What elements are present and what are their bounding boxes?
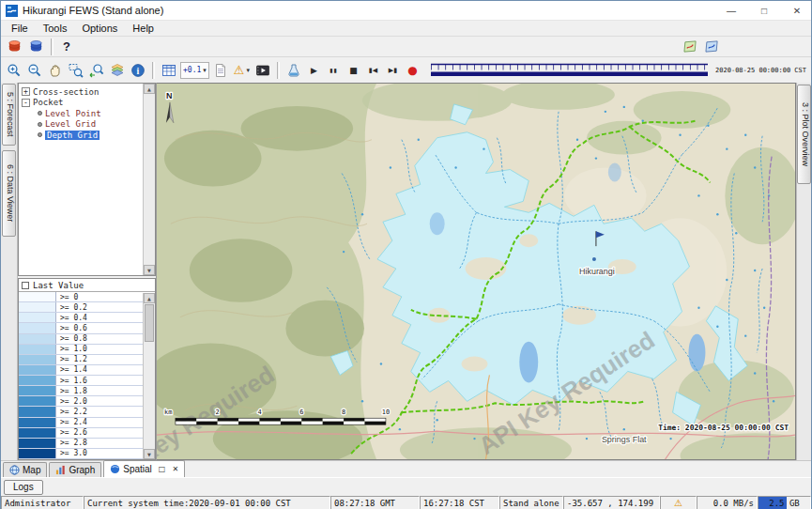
warning-icon: ⚠ [674,499,682,508]
tree-item-level-grid[interactable]: Level Grid [38,119,140,131]
tab-spatial[interactable]: Spatial □ ✕ [103,460,185,477]
scroll-up-button[interactable]: ▲ [144,84,155,94]
scroll-down-button[interactable]: ▼ [144,449,155,459]
tree-item-cross-section[interactable]: + Cross-section [22,86,140,98]
pan-hand-button[interactable] [46,61,65,80]
map-sheet-red-button[interactable] [681,38,699,56]
legend-label: >= 0.2 [56,302,87,312]
status-warning-cell[interactable]: ⚠ [660,496,697,509]
legend-row[interactable]: >= 0 [19,292,143,302]
legend-row[interactable]: >= 2.0 [19,396,143,407]
last-value-checkbox[interactable] [22,282,29,289]
legend-row[interactable]: >= 0.6 [19,323,143,333]
menu-tools[interactable]: Tools [36,23,75,34]
legend-row[interactable]: >= 1.0 [19,345,143,355]
logs-button[interactable]: Logs [4,480,43,495]
scroll-track[interactable] [144,94,155,265]
menu-file[interactable]: File [4,23,36,34]
legend-row[interactable]: >= 1.4 [19,365,143,376]
window-title: Hikurangi FEWS (Stand alone) [23,5,163,16]
legend-row[interactable]: >= 2.2 [19,407,143,417]
close-panel-button[interactable]: ✕ [172,465,178,473]
tab-data-viewer[interactable]: 6 : Data Viewer [2,150,16,237]
data-viewer-panel: + Cross-section - Pocket Level Point Lev… [18,83,157,460]
tree-item-label: Level Point [45,109,101,118]
scale-interval-dropdown[interactable]: +0.1 ▾ [180,62,209,79]
status-bar: Administrator Current system time:2020-0… [1,496,811,509]
zoom-out-button[interactable] [25,61,44,80]
status-memory-gauge[interactable]: 2.5 GB [758,496,811,509]
collapse-icon[interactable]: - [22,99,30,107]
left-tab-strip: 5 : Forecast 6 : Data Viewer [1,83,18,460]
legend-row[interactable]: >= 2.6 [19,428,143,439]
menu-help[interactable]: Help [125,23,161,34]
legend-swatch-icon [19,313,56,322]
grid-display-button[interactable] [160,61,178,80]
scroll-track[interactable] [144,303,155,449]
tree-item-level-point[interactable]: Level Point [38,108,140,119]
tab-map[interactable]: Map [3,462,47,477]
tree-item-pocket[interactable]: - Pocket [22,98,140,109]
record-button[interactable]: ● [404,61,421,79]
toolbar-separator [277,62,280,79]
zoom-previous-button[interactable] [87,61,106,80]
legend-row[interactable]: >= 0.2 [19,302,143,313]
legend-row[interactable]: >= 1.6 [19,376,143,386]
tree-item-depth-grid[interactable]: Depth Grid [38,130,140,141]
animation-button[interactable] [253,61,272,80]
legend-row[interactable]: >= 2.8 [19,439,143,449]
maximize-button[interactable]: □ [750,1,778,20]
tab-plot-overview[interactable]: 3 : Plot Overview [797,85,811,184]
legend-row[interactable]: >= 1.8 [19,386,143,396]
scroll-down-button[interactable]: ▼ [144,265,155,275]
locality-label: Springs Flat [602,435,647,444]
time-slider[interactable] [431,62,708,79]
pause-button[interactable]: ▮▮ [325,61,343,79]
map-sheet-blue-button[interactable] [702,38,721,56]
app-logo-icon [6,5,18,17]
legend-row[interactable]: >= 3.0 [19,449,143,459]
layers-button[interactable] [108,61,127,80]
legend-row[interactable]: >= 0.8 [19,334,143,345]
zoom-box-button[interactable] [67,61,85,80]
document-button[interactable] [211,61,230,80]
tab-forecast[interactable]: 5 : Forecast [2,84,16,146]
scroll-up-button[interactable]: ▲ [144,293,155,303]
legend-swatch-icon [19,439,56,448]
expand-icon[interactable]: + [22,87,30,96]
globe-icon [9,465,20,475]
skip-to-start-button[interactable]: ▮◀ [364,61,382,79]
close-button[interactable]: ✕ [783,1,811,20]
legend-row[interactable]: >= 1.2 [19,355,143,365]
skip-to-end-button[interactable]: ▶▮ [384,61,402,79]
tree-item-label: Level Grid [45,119,96,129]
warnings-dropdown[interactable]: ⚠ ▾ [232,62,252,79]
spatial-globe-icon [110,464,120,474]
help-button[interactable]: ? [59,39,74,54]
info-button[interactable]: i [129,61,147,80]
play-button[interactable]: ▶ [305,61,323,79]
map-canvas[interactable]: API Key Required API Key Required Hikura… [157,83,796,460]
scale-tick-label: 6 [299,409,303,416]
status-local-time: 16:27:18 CST [420,496,499,509]
database-blue-button[interactable] [26,38,45,56]
database-red-button[interactable] [5,38,23,56]
legend-swatch-icon [19,292,56,301]
legend-scrollbar[interactable]: ▲ ▼ [143,293,155,459]
legend-header: Last Value [19,279,155,292]
scroll-thumb[interactable] [145,304,154,342]
memory-label: 2.5 GB [769,499,800,508]
title-bar[interactable]: Hikurangi FEWS (Stand alone) — □ ✕ [1,1,811,20]
minimize-button[interactable]: — [717,1,745,20]
stop-button[interactable]: ■ [345,61,362,79]
legend-row[interactable]: >= 0.4 [19,313,143,323]
legend-row[interactable]: >= 2.4 [19,418,143,428]
legend-title: Last Value [33,281,84,290]
legend-label: >= 2.8 [56,439,87,448]
tab-graph[interactable]: Graph [49,462,101,477]
zoom-in-button[interactable] [5,61,23,80]
flask-button[interactable] [284,61,303,80]
menu-options[interactable]: Options [74,23,125,34]
tree-scrollbar[interactable]: ▲ ▼ [143,84,155,275]
maximize-panel-button[interactable]: □ [159,465,166,473]
